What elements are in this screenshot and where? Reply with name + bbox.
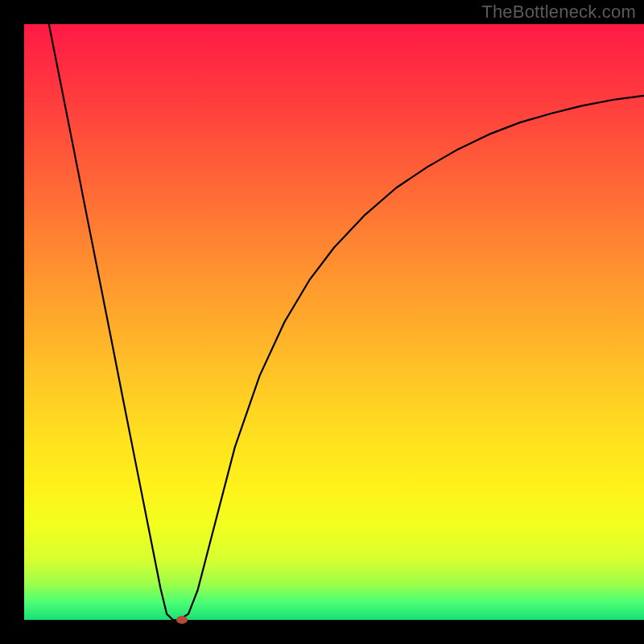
chart-container: TheBottleneck.com [0, 0, 644, 644]
bottleneck-chart [0, 0, 644, 644]
optimal-point-marker [176, 616, 188, 624]
watermark-text: TheBottleneck.com [481, 2, 636, 23]
